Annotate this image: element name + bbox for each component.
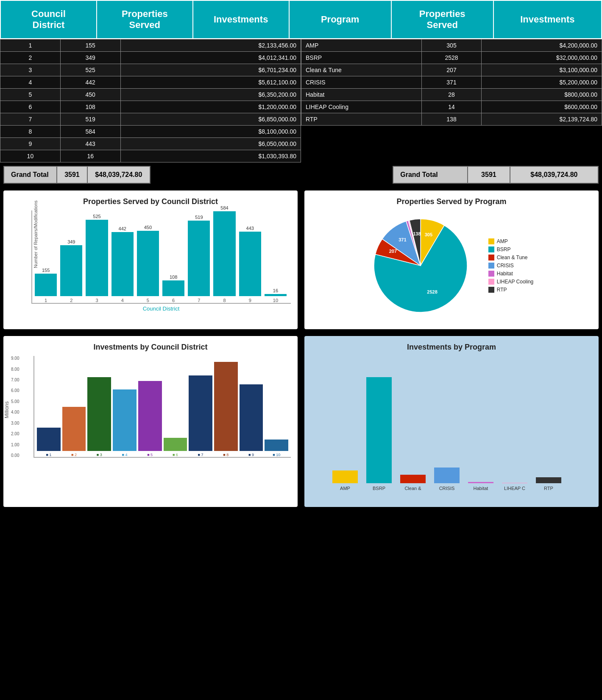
bar-x-label: 6 [172,298,175,303]
inv-prog-x-label-amp: AMP [340,486,350,491]
properties-cell: 16 [60,150,120,162]
district-cell: 3 [0,64,61,76]
properties-cell: 349 [60,52,120,64]
inv-bar-x-label: ■ 10 [273,453,280,457]
pie-label-amp: 305 [424,232,432,237]
investments-cell: $600,000.00 [482,101,602,113]
bar-value-label: 443 [246,226,254,231]
inv-prog-bar-clean-&-tune [400,475,426,483]
inv-bar-x-label: ■ 1 [46,453,51,457]
left-table-row: 10 16 $1,030,393.80 [0,150,301,162]
legend-color [488,255,494,260]
left-table-row: 5 450 $6,350,200.00 [0,89,301,101]
bar-group: 519 7 [188,215,210,303]
right-grand-total-wrapper: Grand Total 3591 $48,039,724.80 [301,164,602,185]
bar-rect [239,232,261,296]
inv-program-visual: AMPBSRPClean & CRISISHabitatLIHEAP CRTP [311,356,592,500]
bar-group: 349 2 [60,239,82,303]
inv-bar-chart-title: Investments by Council District [10,343,291,352]
inv-bar-group: ■ 4 [113,389,137,457]
bar-value-label: 450 [144,225,152,230]
inv-bar-rect [265,440,288,451]
header-investments-left: Investments [193,0,289,39]
legend-item-crisis: CRISIS [488,263,534,269]
pie-label-clean-&-tune: 207 [389,249,396,254]
inv-prog-bar-bsrp [366,377,392,483]
inv-bar-rect [214,362,238,451]
header-properties-served-left: PropertiesServed [97,0,193,39]
properties-cell: 14 [421,101,482,113]
inv-bar-group: ■ 6 [164,438,187,457]
pie-svg-wrapper: 3052528207371138 [370,210,480,322]
right-table-row: LIHEAP Cooling 14 $600,000.00 [301,101,602,113]
investments-cell: $6,850,000.00 [120,113,301,126]
bar-chart-container: Number of Repairs/Modifications 155 1 34… [10,210,291,321]
inv-bar-x-label: ■ 6 [173,453,178,457]
inv-y-tick: 3.00 [11,421,19,426]
legend-color [488,287,494,293]
properties-cell: 525 [60,64,120,76]
bar-rect [35,274,57,296]
inv-prog-x-label-bsrp: BSRP [373,486,385,491]
legend-color [488,271,494,277]
legend-label: LIHEAP Cooling [497,279,534,285]
properties-cell: 442 [60,76,120,89]
inv-bar-group: ■ 8 [214,362,238,457]
district-cell: 2 [0,52,61,64]
pie-chart-container: 3052528207371138 AMP BSRP Clean & Tune C… [311,210,592,322]
legend-color [488,279,494,285]
legend-label: Clean & Tune [497,255,528,260]
properties-cell: 138 [421,113,482,126]
inv-bar-chart-bars: ■ 1 ■ 2 ■ 3 ■ 4 ■ 5 ■ 6 ■ 7 ■ 8 ■ 9 ■ 10 [33,356,291,458]
inv-prog-bar-liheap-cooling [502,483,527,483]
right-data-table: AMP 305 $4,200,000.00 BSRP 2528 $32,000,… [301,39,602,126]
inv-bar-x-label: ■ 2 [71,453,77,457]
inv-bar-rect [37,428,61,451]
investments-cell: $2,139,724.80 [482,113,602,126]
bar-x-label: 4 [121,298,124,303]
inv-y-tick: 9.00 [11,356,19,361]
legend-item-rtp: RTP [488,287,534,293]
bar-rect [162,280,184,296]
inv-y-tick: 6.00 [11,388,19,393]
inv-bar-rect [138,381,162,451]
right-table-row: CRISIS 371 $5,200,000.00 [301,76,602,89]
right-table-row: RTP 138 $2,139,724.80 [301,113,602,126]
investments-cell: $6,350,200.00 [120,89,301,101]
bar-x-label: 3 [95,298,98,303]
inv-bar-rect [62,407,86,451]
bar-chart-x-label: Council District [31,305,291,312]
pie-chart-box: Properties Served by Program 30525282073… [304,190,599,329]
inv-bar-x-label: ■ 5 [147,453,153,457]
right-grand-total-label: Grand Total [393,166,468,183]
bar-group: 108 6 [162,274,184,303]
inv-bar-x-label: ■ 4 [122,453,127,457]
inv-prog-x-label-liheap-cooling: LIHEAP C [504,486,525,491]
legend-label: Habitat [497,271,513,277]
bar-value-label: 155 [42,268,50,273]
inv-bar-group: ■ 9 [240,384,263,457]
bar-chart-bars: 155 1 349 2 525 3 442 4 450 5 108 6 519 … [31,210,291,304]
legend-color [488,238,494,244]
inv-bar-group: ■ 3 [87,377,111,457]
inv-bar-group: ■ 7 [189,375,212,457]
bar-x-label: 9 [249,298,251,303]
pie-legend: AMP BSRP Clean & Tune CRISIS Habitat LIH… [488,238,534,295]
inv-prog-x-label-clean-&-tune: Clean & [404,486,421,491]
district-cell: 9 [0,138,61,150]
properties-cell: 28 [421,89,482,101]
inv-bar-group: ■ 2 [62,407,86,457]
left-table-row: 4 442 $5,612,100.00 [0,76,301,89]
left-table-row: 7 519 $6,850,000.00 [0,113,301,126]
inv-y-tick: 4.00 [11,410,19,414]
legend-label: RTP [497,287,507,293]
header-properties-served-right: PropertiesServed [391,0,493,39]
left-table-row: 2 349 $4,012,341.00 [0,52,301,64]
inv-bar-x-label: ■ 9 [248,453,254,457]
properties-cell: 519 [60,113,120,126]
inv-program-chart-title: Investments by Program [311,343,592,352]
inv-bar-group: ■ 5 [138,381,162,457]
pie-label-bsrp: 2528 [427,289,437,294]
program-cell: Habitat [301,89,422,101]
properties-cell: 207 [421,64,482,76]
